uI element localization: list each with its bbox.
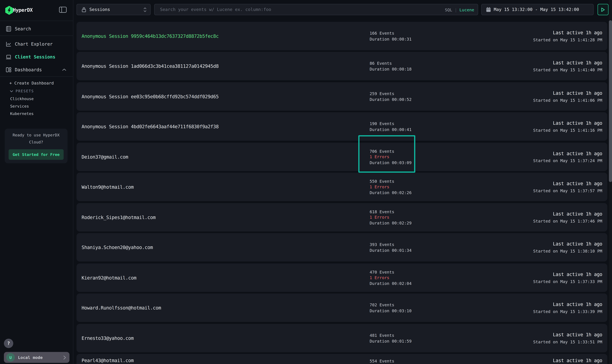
session-row[interactable]: Anonymous Session 9959c464b13dc7637327d8… [77, 22, 607, 50]
session-last-active: Last active 1h ago [553, 332, 602, 338]
hyperdx-logo-icon [5, 6, 13, 15]
laptop-icon [5, 53, 12, 60]
session-times: Last active 1h ago Started on May 15 1:3… [533, 263, 602, 292]
session-events-count: 702 Events [370, 302, 412, 308]
chevron-right-icon [63, 355, 66, 360]
cloud-promo-line1: Ready to use HyperDX [5, 133, 68, 137]
chevron-down-icon [10, 90, 13, 92]
up-down-chevrons-icon [143, 7, 147, 13]
session-row[interactable]: Anonymous Session 1ad066d3c3b41cea381127… [77, 52, 607, 80]
session-started: Started on May 15 1:37:24 PM [533, 158, 602, 163]
sidebar-item-chart-explorer[interactable]: Chart Explorer [0, 38, 73, 50]
session-started: Started on May 15 1:38:10 PM [533, 249, 602, 254]
presets-label: PRESETS [16, 89, 34, 93]
session-events-count: 190 Events [370, 121, 412, 127]
preset-services[interactable]: Services [10, 104, 29, 108]
session-row[interactable]: Kieran92@hotmail.com 470 Events 1 Errors… [77, 263, 607, 292]
session-times: Last active 1h ago Started on May 15 1:4… [533, 52, 602, 80]
sidebar-item-label: Client Sessions [15, 54, 55, 59]
source-select[interactable]: Sessions [77, 4, 151, 15]
query-language-toggle: SQL | Lucene [445, 4, 474, 15]
create-dashboard-button[interactable]: + Create Dashboard [9, 81, 54, 85]
session-name: Roderick_Sipes1@hotmail.com [82, 203, 156, 232]
toggle-separator: | [455, 7, 457, 12]
session-name: Anonymous Session 1ad066d3c3b41cea381127… [82, 52, 219, 80]
session-times: Last active 1h ago [553, 354, 602, 364]
session-times: Last active 1h ago Started on May 15 1:3… [533, 173, 602, 201]
local-mode-menu[interactable]: U Local mode [4, 352, 70, 363]
session-events-count: 166 Events [370, 30, 412, 36]
session-started: Started on May 15 1:37:33 PM [533, 279, 602, 284]
session-stats: 706 Events 1 Errors Duration 00:03:09 [370, 143, 412, 171]
session-row[interactable]: Walton9@hotmail.com 550 Events 1 Errors … [77, 173, 607, 201]
session-duration: Duration 00:02:04 [370, 281, 412, 286]
session-started: Started on May 15 1:37:46 PM [533, 219, 602, 224]
preset-clickhouse[interactable]: Clickhouse [10, 97, 34, 101]
session-row[interactable]: Anonymous Session 4bd02fe6643aaf44e711f6… [77, 112, 607, 141]
session-stats: 86 Events Duration 00:00:18 [370, 52, 412, 80]
session-duration: Duration 00:00:18 [370, 66, 412, 72]
lucene-toggle[interactable]: Lucene [459, 7, 474, 12]
app-logo[interactable]: HyperDX [0, 0, 73, 20]
layout-grid-icon [5, 66, 12, 73]
sidebar-item-label: Dashboards [15, 67, 42, 72]
presets-toggle[interactable]: PRESETS [10, 89, 34, 93]
notebook-icon [5, 26, 12, 32]
scrollbar-thumb[interactable] [609, 20, 612, 182]
session-stats: 702 Events Duration 00:03:10 [370, 293, 412, 322]
session-duration: Duration 00:03:10 [370, 308, 412, 313]
session-events-count: 470 Events [370, 269, 412, 275]
session-duration: Duration 00:03:09 [370, 160, 412, 165]
session-last-active: Last active 1h ago [553, 120, 602, 126]
session-duration: Duration 00:00:52 [370, 96, 412, 102]
session-row[interactable]: Roderick_Sipes1@hotmail.com 618 Events 1… [77, 203, 607, 232]
local-mode-label: Local mode [18, 352, 43, 363]
sidebar-collapse-icon[interactable] [59, 7, 68, 14]
sidebar-item-label: Chart Explorer [15, 41, 53, 46]
session-name: Anonymous Session 9959c464b13dc7637327d8… [82, 22, 219, 50]
database-icon [81, 7, 87, 13]
session-events-count: 618 Events [370, 209, 412, 214]
get-started-button[interactable]: Get Started for Free [9, 149, 64, 160]
session-row[interactable]: Pearl43@hotmail.com 554 Events Last acti… [77, 354, 607, 364]
search-input[interactable] [154, 4, 478, 15]
session-name: Pearl43@hotmail.com [82, 354, 134, 364]
session-row[interactable]: Howard.Runolfsson@hotmail.com 702 Events… [77, 293, 607, 322]
sidebar-item-search[interactable]: Search [0, 22, 73, 35]
sidebar-item-client-sessions[interactable]: Client Sessions [0, 50, 73, 63]
chevron-up-icon[interactable] [62, 68, 66, 71]
session-stats: 554 Events [370, 354, 394, 364]
session-stats: 190 Events Duration 00:00:41 [370, 112, 412, 141]
session-row[interactable]: Shaniya.Schoen20@yahoo.com 393 Events Du… [77, 233, 607, 261]
session-started: Started on May 15 1:41:28 PM [533, 38, 602, 42]
session-times: Last active 1h ago Started on May 15 1:3… [533, 233, 602, 261]
session-events-count: 393 Events [370, 242, 412, 247]
session-last-active: Last active 1h ago [553, 90, 602, 96]
run-query-button[interactable] [598, 4, 609, 15]
session-name: Anonymous Session 4bd02fe6643aaf44e711f6… [82, 112, 219, 141]
session-last-active: Last active 1h ago [553, 271, 602, 278]
cloud-promo-line2: Cloud? [5, 140, 68, 144]
preset-kubernetes[interactable]: Kubernetes [10, 111, 34, 116]
session-name: Shaniya.Schoen20@yahoo.com [82, 233, 153, 261]
session-started: Started on May 15 1:41:40 PM [533, 67, 602, 72]
time-range-picker[interactable]: May 15 13:32:00 - May 15 13:42:00 [481, 4, 594, 15]
session-events-count: 550 Events [370, 178, 412, 184]
session-row[interactable]: Deion37@gmail.com 706 Events 1 Errors Du… [77, 143, 607, 171]
help-button[interactable]: ? [4, 339, 13, 348]
session-errors-count: 1 Errors [370, 154, 412, 160]
session-last-active: Last active 1h ago [553, 30, 602, 36]
cloud-promo-card: Ready to use HyperDX Cloud? Get Started … [5, 129, 68, 163]
session-events-count: 259 Events [370, 91, 412, 96]
session-row[interactable]: Anonymous Session ee03c95e0b68cffd92bc57… [77, 82, 607, 111]
session-times: Last active 1h ago Started on May 15 1:3… [533, 293, 602, 322]
session-times: Last active 1h ago Started on May 15 1:3… [533, 324, 602, 352]
sidebar-item-dashboards[interactable]: Dashboards [0, 63, 73, 76]
session-name: Anonymous Session ee03c95e0b68cffd92bc57… [82, 82, 219, 111]
sql-toggle[interactable]: SQL [445, 7, 452, 12]
session-stats: 166 Events Duration 00:00:31 [370, 22, 412, 50]
session-errors-count: 1 Errors [370, 214, 412, 220]
session-stats: 550 Events 1 Errors Duration 00:02:26 [370, 173, 412, 201]
session-errors-count: 1 Errors [370, 275, 412, 281]
session-row[interactable]: Ernesto33@yahoo.com 481 Events Duration … [77, 324, 607, 352]
